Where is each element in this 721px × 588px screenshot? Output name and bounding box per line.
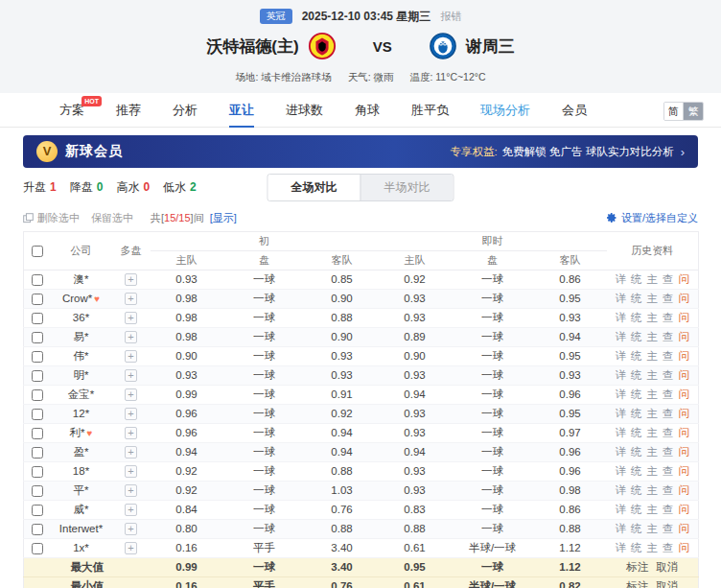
- row-checkbox[interactable]: [32, 409, 43, 420]
- vip-benefits[interactable]: 专享权益: 免费解锁 免广告 球队实力对比分析 ›: [451, 145, 685, 159]
- history-link-主[interactable]: 主: [647, 331, 659, 342]
- history-link-问[interactable]: 问: [679, 446, 690, 458]
- history-link-详[interactable]: 详: [616, 331, 627, 342]
- history-link-查[interactable]: 查: [663, 542, 674, 553]
- summary-link-取消[interactable]: 取消: [656, 580, 678, 588]
- history-link-主[interactable]: 主: [647, 293, 659, 304]
- league-badge[interactable]: 英冠: [260, 9, 292, 24]
- row-checkbox[interactable]: [32, 447, 43, 459]
- history-link-详[interactable]: 详: [616, 388, 627, 400]
- expand-odds-button[interactable]: +: [125, 427, 137, 439]
- summary-link-标注[interactable]: 标注: [626, 561, 648, 573]
- history-link-问[interactable]: 问: [679, 523, 690, 534]
- summary-link-标注[interactable]: 标注: [626, 580, 648, 588]
- row-checkbox[interactable]: [32, 485, 43, 497]
- company-name[interactable]: 平*: [51, 482, 112, 501]
- expand-odds-button[interactable]: +: [125, 350, 137, 363]
- expand-odds-button[interactable]: +: [125, 312, 137, 324]
- expand-odds-button[interactable]: +: [125, 388, 137, 401]
- history-link-查[interactable]: 查: [663, 465, 674, 477]
- history-link-查[interactable]: 查: [663, 312, 674, 323]
- row-checkbox[interactable]: [32, 332, 43, 343]
- history-link-详[interactable]: 详: [616, 465, 627, 477]
- tab-推荐[interactable]: 推荐: [116, 93, 141, 128]
- history-link-统[interactable]: 统: [631, 369, 642, 381]
- row-checkbox[interactable]: [32, 543, 43, 554]
- expand-odds-button[interactable]: +: [125, 446, 137, 459]
- company-name[interactable]: 金宝*: [51, 386, 112, 405]
- tab-胜平负[interactable]: 胜平负: [411, 93, 449, 128]
- history-link-主[interactable]: 主: [647, 388, 659, 400]
- company-name[interactable]: Interwet*: [51, 520, 112, 539]
- history-link-主[interactable]: 主: [647, 273, 659, 285]
- history-link-详[interactable]: 详: [616, 369, 627, 381]
- delete-selected-button[interactable]: 删除选中: [37, 211, 80, 225]
- keep-selected-button[interactable]: 保留选中: [91, 211, 133, 225]
- history-link-详[interactable]: 详: [616, 293, 627, 304]
- history-link-查[interactable]: 查: [663, 388, 674, 400]
- expand-odds-button[interactable]: +: [125, 293, 137, 305]
- history-link-查[interactable]: 查: [663, 293, 674, 304]
- company-name[interactable]: 18*: [51, 462, 112, 482]
- row-checkbox[interactable]: [32, 351, 43, 363]
- history-link-统[interactable]: 统: [631, 484, 642, 496]
- history-link-统[interactable]: 统: [631, 523, 642, 534]
- company-name[interactable]: 明*: [51, 366, 112, 386]
- history-link-详[interactable]: 详: [616, 427, 627, 438]
- history-link-主[interactable]: 主: [647, 542, 659, 553]
- history-link-统[interactable]: 统: [631, 446, 642, 458]
- full-match-tab[interactable]: 全场对比: [268, 175, 360, 200]
- lang-simplified-button[interactable]: 简: [664, 103, 684, 120]
- expand-odds-button[interactable]: +: [125, 408, 137, 420]
- half-match-tab[interactable]: 半场对比: [360, 175, 454, 200]
- history-link-主[interactable]: 主: [647, 523, 659, 534]
- tab-进球数[interactable]: 进球数: [286, 93, 323, 128]
- history-link-详[interactable]: 详: [616, 446, 627, 458]
- history-link-问[interactable]: 问: [679, 273, 690, 285]
- history-link-查[interactable]: 查: [663, 523, 674, 534]
- history-link-问[interactable]: 问: [679, 484, 690, 496]
- expand-odds-button[interactable]: +: [125, 484, 137, 497]
- select-all-checkbox[interactable]: [32, 246, 43, 257]
- history-link-主[interactable]: 主: [647, 408, 659, 419]
- expand-odds-button[interactable]: +: [125, 523, 137, 535]
- tab-现场分析[interactable]: 现场分析: [480, 93, 530, 128]
- expand-odds-button[interactable]: +: [125, 542, 137, 554]
- history-link-主[interactable]: 主: [647, 369, 659, 381]
- history-link-问[interactable]: 问: [679, 293, 690, 304]
- row-checkbox[interactable]: [32, 524, 43, 535]
- history-link-查[interactable]: 查: [663, 369, 674, 381]
- history-link-统[interactable]: 统: [631, 408, 642, 419]
- history-link-详[interactable]: 详: [616, 350, 627, 362]
- history-link-统[interactable]: 统: [631, 388, 642, 400]
- history-link-统[interactable]: 统: [631, 293, 642, 304]
- history-link-查[interactable]: 查: [663, 350, 674, 362]
- company-name[interactable]: 12*: [51, 405, 112, 424]
- company-name[interactable]: 36*: [51, 309, 112, 328]
- history-link-查[interactable]: 查: [663, 427, 674, 438]
- history-link-统[interactable]: 统: [631, 350, 642, 362]
- expand-odds-button[interactable]: +: [125, 331, 137, 343]
- company-name[interactable]: 1x*: [51, 539, 112, 558]
- history-link-统[interactable]: 统: [631, 504, 642, 515]
- history-link-统[interactable]: 统: [631, 427, 642, 438]
- history-link-问[interactable]: 问: [679, 408, 690, 419]
- row-checkbox[interactable]: [32, 313, 43, 324]
- history-link-查[interactable]: 查: [663, 408, 674, 419]
- history-link-详[interactable]: 详: [616, 542, 627, 553]
- history-link-主[interactable]: 主: [647, 484, 659, 496]
- company-name[interactable]: 利*♥: [51, 424, 112, 443]
- show-button[interactable]: [显示]: [210, 211, 237, 225]
- history-link-问[interactable]: 问: [679, 388, 690, 400]
- expand-odds-button[interactable]: +: [125, 465, 137, 478]
- expand-odds-button[interactable]: +: [125, 504, 137, 516]
- tab-会员[interactable]: 会员: [562, 93, 587, 128]
- history-link-问[interactable]: 问: [679, 312, 690, 323]
- company-name[interactable]: 盈*: [51, 443, 112, 462]
- tab-角球[interactable]: 角球: [355, 93, 380, 128]
- history-link-主[interactable]: 主: [647, 504, 659, 515]
- history-link-问[interactable]: 问: [679, 542, 690, 553]
- history-link-统[interactable]: 统: [631, 465, 642, 477]
- history-link-统[interactable]: 统: [631, 542, 642, 553]
- row-checkbox[interactable]: [32, 274, 43, 286]
